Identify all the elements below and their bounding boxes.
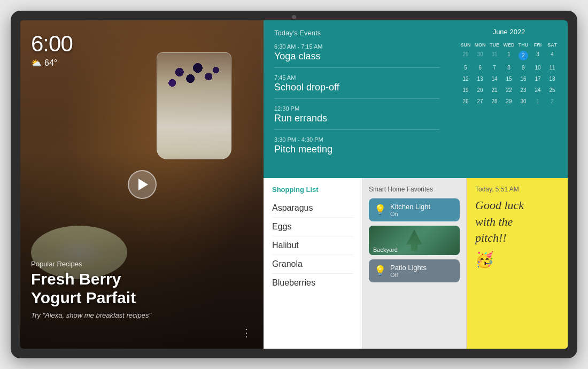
cal-day[interactable]: 15 — [502, 74, 516, 84]
cal-day[interactable]: 8 — [502, 63, 516, 73]
events-section: Today's Events 6:30 AM - 7:15 AM Yoga cl… — [264, 20, 450, 178]
smarthome-title: Smart Home Favorites — [369, 186, 460, 193]
cal-day[interactable]: 2 — [545, 96, 559, 107]
patio-lights-device[interactable]: 💡 Patio Lights Off — [369, 259, 460, 282]
cal-day[interactable]: 23 — [516, 85, 530, 96]
smarthome-panel: Smart Home Favorites 💡 Kitchen Light On … — [362, 178, 467, 349]
camera-label: Backyard — [373, 247, 398, 253]
event-item[interactable]: 3:30 PM - 4:30 PM Pitch meeting — [274, 136, 439, 160]
cal-day[interactable]: 13 — [473, 74, 487, 84]
note-text: Good luckwith thepitch!! — [475, 197, 559, 247]
cal-day[interactable]: 25 — [545, 85, 559, 96]
cal-day[interactable]: 9 — [516, 63, 530, 73]
cal-day-today[interactable]: 2 — [516, 49, 530, 62]
note-emoji: 🥳 — [475, 251, 559, 268]
shopping-item[interactable]: Granola — [272, 255, 353, 274]
event-item[interactable]: 7:45 AM School drop-off — [274, 74, 439, 99]
event-name: School drop-off — [274, 82, 439, 93]
cal-day[interactable]: 22 — [502, 85, 516, 96]
clock-display: 6:00 — [31, 31, 73, 57]
cal-header-sun: SUN — [459, 41, 473, 49]
shopping-panel: Shopping List Asparagus Eggs Halibut Gra… — [264, 178, 362, 349]
event-item[interactable]: 6:30 AM - 7:15 AM Yoga class — [274, 43, 439, 68]
shopping-item[interactable]: Eggs — [272, 218, 353, 236]
time-weather-widget: 6:00 ⛅ 64° — [31, 31, 73, 68]
device-status: On — [390, 211, 454, 217]
calendar-grid: SUN MON TUE WED THU FRI SAT 29 30 31 1 2… — [459, 41, 559, 107]
cal-day[interactable]: 20 — [473, 85, 487, 96]
cal-day[interactable]: 6 — [473, 63, 487, 73]
event-time: 7:45 AM — [274, 74, 439, 81]
cal-day[interactable]: 14 — [488, 74, 501, 84]
cal-day[interactable]: 31 — [488, 49, 501, 62]
cal-day[interactable]: 1 — [502, 49, 516, 62]
cal-header-wed: WED — [502, 41, 516, 49]
cal-day[interactable]: 16 — [516, 74, 530, 84]
sticky-note-panel: Today, 5:51 AM Good luckwith thepitch!! … — [467, 178, 568, 349]
recipe-hint: Try "Alexa, show me breakfast recipes" — [31, 311, 151, 319]
camera-indicator — [292, 15, 296, 19]
shopping-item[interactable]: Halibut — [272, 236, 353, 255]
shopping-item[interactable]: Asparagus — [272, 199, 353, 218]
cal-day[interactable]: 1 — [531, 96, 545, 107]
cal-day[interactable]: 11 — [545, 63, 559, 73]
cal-day[interactable]: 18 — [545, 74, 559, 84]
cal-day[interactable]: 10 — [531, 63, 545, 73]
backyard-camera-device[interactable]: Backyard — [369, 226, 460, 255]
bottom-panels: Shopping List Asparagus Eggs Halibut Gra… — [264, 178, 568, 349]
kitchen-light-device[interactable]: 💡 Kitchen Light On — [369, 198, 460, 221]
event-name: Run errands — [274, 113, 439, 124]
cal-day[interactable]: 3 — [531, 49, 545, 62]
events-calendar-section: Today's Events 6:30 AM - 7:15 AM Yoga cl… — [264, 20, 568, 178]
weather-display: ⛅ 64° — [31, 58, 73, 68]
camera-tree-decoration — [406, 229, 422, 251]
cal-day[interactable]: 5 — [459, 63, 473, 73]
event-name: Yoga class — [274, 51, 439, 62]
cal-day[interactable]: 7 — [488, 63, 501, 73]
weather-icon: ⛅ — [31, 58, 42, 68]
cal-day[interactable]: 19 — [459, 85, 473, 96]
cal-header-mon: MON — [473, 41, 487, 49]
play-icon — [138, 179, 148, 190]
cal-header-tue: TUE — [488, 41, 501, 49]
bulb-icon: 💡 — [374, 204, 386, 216]
device-status: Off — [390, 272, 454, 278]
shopping-item[interactable]: Blueberries — [272, 274, 353, 292]
cal-day[interactable]: 4 — [545, 49, 559, 62]
recipe-title: Fresh BerryYogurt Parfait — [31, 270, 151, 307]
temperature: 64° — [44, 58, 57, 68]
event-name: Pitch meeting — [274, 144, 439, 155]
cal-header-fri: FRI — [531, 41, 545, 49]
cal-day[interactable]: 28 — [488, 96, 501, 107]
shopping-list-title: Shopping List — [272, 186, 353, 194]
cal-day[interactable]: 27 — [473, 96, 487, 107]
event-time: 6:30 AM - 7:15 AM — [274, 43, 439, 50]
cal-header-sat: SAT — [545, 41, 559, 49]
event-time: 3:30 PM - 4:30 PM — [274, 136, 439, 143]
device-name: Patio Lights — [390, 264, 454, 272]
recipe-category: Popular Recipes — [31, 260, 151, 268]
left-panel: 6:00 ⛅ 64° Popular Recipes Fresh BerryYo… — [20, 20, 264, 349]
events-title: Today's Events — [274, 29, 439, 37]
cal-day[interactable]: 21 — [488, 85, 501, 96]
cal-day[interactable]: 26 — [459, 96, 473, 107]
cal-day[interactable]: 30 — [516, 96, 530, 107]
event-item[interactable]: 12:30 PM Run errands — [274, 105, 439, 130]
cal-day[interactable]: 12 — [459, 74, 473, 84]
cal-day[interactable]: 29 — [459, 49, 473, 62]
device-info: Kitchen Light On — [390, 203, 454, 217]
play-button[interactable] — [128, 170, 157, 199]
device-frame: 6:00 ⛅ 64° Popular Recipes Fresh BerryYo… — [11, 11, 577, 358]
calendar-month: June 2022 — [459, 28, 559, 36]
camera-preview: Backyard — [369, 226, 460, 255]
event-time: 12:30 PM — [274, 105, 439, 112]
calendar-section: June 2022 SUN MON TUE WED THU FRI SAT 29… — [450, 20, 568, 178]
device-info: Patio Lights Off — [390, 264, 454, 278]
cal-day[interactable]: 17 — [531, 74, 545, 84]
bulb-off-icon: 💡 — [374, 265, 386, 276]
cal-day[interactable]: 24 — [531, 85, 545, 96]
more-options[interactable]: ⋮ — [241, 326, 253, 339]
cal-day[interactable]: 29 — [502, 96, 516, 107]
cal-day[interactable]: 30 — [473, 49, 487, 62]
note-timestamp: Today, 5:51 AM — [475, 186, 559, 193]
